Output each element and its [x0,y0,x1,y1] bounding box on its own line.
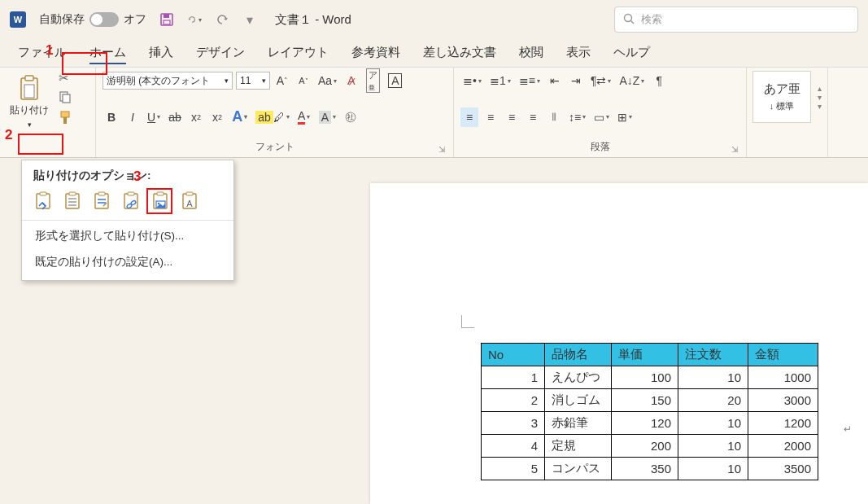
tab-reference[interactable]: 参考資料 [340,40,412,67]
bold-button[interactable]: B [103,107,120,127]
svg-point-28 [158,203,159,204]
svg-rect-12 [37,194,50,208]
shrink-font-icon[interactable]: A˅ [294,71,312,90]
paste-text-only-icon[interactable]: A [180,191,199,211]
superscript-button[interactable]: x2 [208,107,226,127]
th-price[interactable]: 単価 [612,344,678,366]
increase-indent-icon[interactable]: ⇥ [567,71,585,90]
annotation-2: 2 [5,127,12,143]
line-spacing-icon[interactable]: ↕≡ [566,107,588,127]
tab-review[interactable]: 校閲 [508,40,555,67]
table-row[interactable]: 2消しゴム150203000 [482,389,818,412]
cut-icon[interactable]: ✂ [59,71,72,85]
margin-corner-mark [461,315,474,328]
copy-icon[interactable] [59,90,72,106]
paste-default-item[interactable]: 既定の貼り付けの設定(A)... [22,249,233,275]
autosave-toggle[interactable]: 自動保存 オフ [39,12,146,27]
svg-point-3 [625,14,632,21]
sort-icon[interactable]: A↓Z [617,71,647,90]
svg-rect-10 [61,112,69,117]
tab-insert[interactable]: 挿入 [137,40,185,67]
strike-button[interactable]: ab [166,107,184,127]
tab-file[interactable]: ファイル [7,40,78,67]
styles-up-icon[interactable]: ▴ [818,84,822,93]
search-icon [623,13,635,27]
subscript-button[interactable]: x2 [187,107,205,127]
tab-mailings[interactable]: 差し込み文書 [412,40,508,67]
tab-help[interactable]: ヘルプ [602,40,661,67]
font-color-icon[interactable]: A [295,107,313,127]
tab-view[interactable]: 表示 [555,40,602,67]
svg-rect-30 [186,192,193,195]
format-painter-icon[interactable] [59,111,72,128]
svg-rect-22 [128,192,134,195]
bullets-icon[interactable]: ≣• [460,71,484,90]
paste-options-title: 貼り付けのオプション: [22,167,233,190]
distribute-icon[interactable]: ⫴ [545,107,563,127]
tab-layout[interactable]: レイアウト [256,40,340,67]
tab-home[interactable]: ホーム [78,40,137,67]
font-launcher-icon[interactable]: ⇲ [438,145,445,154]
text-effects-icon[interactable]: A [229,107,250,127]
highlight-icon[interactable]: ab🖊 [253,107,292,127]
th-qty[interactable]: 注文数 [678,344,748,366]
enclose-char-icon[interactable]: ㊓ [342,107,360,127]
table-row[interactable]: 5コンパス350103500 [482,458,818,480]
change-case-icon[interactable]: Aa [316,71,339,90]
paragraph-launcher-icon[interactable]: ⇲ [731,145,738,154]
align-center-icon[interactable]: ≡ [482,107,499,127]
th-no[interactable]: No [482,344,545,366]
styles-more-icon[interactable]: ▾ [818,102,822,111]
qat-more-icon[interactable]: ▾ [242,12,257,27]
svg-rect-7 [24,85,34,98]
style-normal[interactable]: あア亜 ↓ 標準 [752,71,811,123]
borders-icon[interactable]: ⊞ [615,107,635,127]
char-border-icon[interactable]: A [386,71,404,90]
document-page[interactable]: No 品物名 単価 注文数 金額 1えんぴつ100101000 2消しゴム150… [370,183,868,504]
clear-format-icon[interactable]: A̷ [342,71,360,90]
grow-font-icon[interactable]: A˄ [273,71,291,90]
font-name-combo[interactable]: 游明朝 (本文のフォント▾ [103,72,233,90]
paste-link-icon[interactable] [121,191,141,211]
save-icon[interactable] [159,12,174,27]
multilevel-icon[interactable]: ≣≡ [517,71,543,90]
search-input[interactable]: 検索 [614,7,858,33]
paste-dropdown-arrow[interactable]: ▾ [7,117,52,132]
phonetic-guide-icon[interactable]: ア亜 [364,71,382,90]
th-name[interactable]: 品物名 [545,344,612,366]
paste-merge-icon[interactable] [63,191,82,211]
toggle-switch-icon[interactable] [89,12,119,27]
redo-icon[interactable] [215,12,229,27]
table-row[interactable]: 1えんぴつ100101000 [482,366,818,389]
italic-button[interactable]: I [124,107,142,127]
font-size-combo[interactable]: 11▾ [236,72,270,90]
paste-label: 貼り付け [10,103,49,117]
show-marks-icon[interactable]: ¶ [650,71,668,90]
underline-button[interactable]: U [145,107,163,127]
annotation-1: 1 [46,42,53,59]
annotation-3: 3 [133,169,141,185]
th-amount[interactable]: 金額 [748,344,818,366]
svg-rect-2 [164,20,170,24]
char-shading-icon[interactable]: A [316,107,338,127]
numbering-icon[interactable]: ≣1 [487,71,513,90]
align-right-icon[interactable]: ≡ [503,107,521,127]
svg-rect-14 [66,194,79,208]
tab-design[interactable]: デザイン [185,40,256,67]
decrease-indent-icon[interactable]: ⇤ [546,71,564,90]
paste-use-dest-icon[interactable] [92,191,111,211]
data-table[interactable]: No 品物名 単価 注文数 金額 1えんぴつ100101000 2消しゴム150… [481,343,818,480]
styles-down-icon[interactable]: ▾ [818,93,822,102]
table-row[interactable]: 4定規200102000 [482,435,818,458]
undo-icon[interactable] [187,12,202,27]
align-justify-icon[interactable]: ≡ [524,107,542,127]
align-left-icon[interactable]: ≡ [460,107,478,127]
paste-picture-icon[interactable] [150,191,170,211]
paste-button[interactable]: 貼り付け [7,71,52,117]
table-row[interactable]: 3赤鉛筆120101200 [482,412,818,435]
paste-keep-source-icon[interactable] [33,191,53,211]
svg-rect-1 [164,14,169,18]
shading-icon[interactable]: ▭ [591,107,612,127]
ltr-rtl-icon[interactable]: ¶⇄ [588,71,614,90]
paste-special-item[interactable]: 形式を選択して貼り付け(S)... [22,223,233,249]
